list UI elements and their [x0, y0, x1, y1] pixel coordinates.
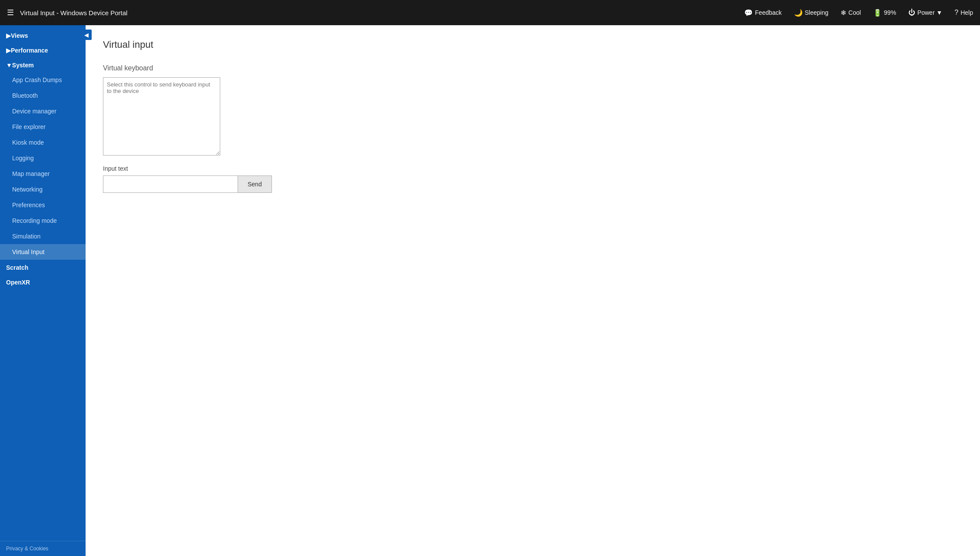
content-area: Virtual input Virtual keyboard Input tex… — [86, 25, 980, 556]
sidebar-item-simulation-label: Simulation — [12, 233, 40, 240]
sidebar-item-map-manager[interactable]: Map manager — [0, 166, 86, 182]
sidebar-item-networking[interactable]: Networking — [0, 182, 86, 197]
sidebar-section-openxr[interactable]: OpenXR — [0, 275, 86, 289]
sidebar-item-app-crash-dumps-label: App Crash Dumps — [12, 76, 62, 83]
battery-icon: 🔋 — [873, 9, 882, 17]
sidebar-section-openxr-label: OpenXR — [6, 279, 30, 286]
cool-icon: ❄ — [841, 9, 846, 17]
power-icon: ⏻ — [908, 9, 915, 17]
sidebar-section-system[interactable]: ▼System — [0, 57, 86, 72]
sidebar-item-device-manager[interactable]: Device manager — [0, 103, 86, 119]
power-label: Power ▼ — [917, 9, 942, 16]
sidebar-item-kiosk-mode[interactable]: Kiosk mode — [0, 135, 86, 150]
sidebar-item-virtual-input[interactable]: Virtual Input — [0, 244, 86, 260]
feedback-label: Feedback — [755, 9, 781, 16]
sidebar-item-virtual-input-label: Virtual Input — [12, 248, 44, 255]
sidebar-item-networking-label: Networking — [12, 186, 43, 193]
sidebar-section-views-label: ▶Views — [6, 32, 28, 39]
sidebar-item-kiosk-mode-label: Kiosk mode — [12, 139, 44, 146]
sidebar-item-preferences-label: Preferences — [12, 202, 45, 208]
sidebar-item-map-manager-label: Map manager — [12, 170, 50, 177]
battery-label: 99% — [884, 9, 896, 16]
virtual-keyboard-section-title: Virtual keyboard — [103, 64, 963, 72]
sidebar-item-preferences[interactable]: Preferences — [0, 197, 86, 213]
sidebar-section-system-label: ▼System — [6, 62, 34, 69]
sidebar-section-scratch-label: Scratch — [6, 264, 28, 271]
sidebar-nav: ▶Views ▶Performance ▼System App Crash Du… — [0, 25, 86, 541]
power-action[interactable]: ⏻ Power ▼ — [908, 9, 942, 17]
sleeping-icon: 🌙 — [794, 9, 803, 17]
sidebar: ◀ ▶Views ▶Performance ▼System App Crash … — [0, 25, 86, 556]
sidebar-item-logging[interactable]: Logging — [0, 150, 86, 166]
input-text-label: Input text — [103, 165, 963, 172]
sidebar-item-file-explorer[interactable]: File explorer — [0, 119, 86, 135]
virtual-keyboard-textarea[interactable] — [103, 77, 220, 156]
sidebar-item-simulation[interactable]: Simulation — [0, 228, 86, 244]
header: ☰ Virtual Input - Windows Device Portal … — [0, 0, 980, 25]
main-layout: ◀ ▶Views ▶Performance ▼System App Crash … — [0, 25, 980, 556]
input-text-field[interactable] — [103, 175, 238, 193]
help-icon: ? — [954, 9, 958, 17]
battery-action[interactable]: 🔋 99% — [873, 9, 896, 17]
app-title: Virtual Input - Windows Device Portal — [20, 9, 744, 17]
sidebar-item-logging-label: Logging — [12, 155, 34, 162]
privacy-cookies-link[interactable]: Privacy & Cookies — [6, 546, 48, 552]
send-button[interactable]: Send — [238, 175, 272, 193]
hamburger-icon[interactable]: ☰ — [7, 8, 14, 17]
feedback-icon: 💬 — [744, 9, 753, 17]
sidebar-section-views[interactable]: ▶Views — [0, 28, 86, 43]
sidebar-collapse-button[interactable]: ◀ — [81, 30, 92, 40]
help-label: Help — [960, 9, 973, 16]
sidebar-item-bluetooth[interactable]: Bluetooth — [0, 88, 86, 103]
sidebar-item-device-manager-label: Device manager — [12, 108, 56, 115]
sidebar-item-app-crash-dumps[interactable]: App Crash Dumps — [0, 72, 86, 88]
sidebar-item-bluetooth-label: Bluetooth — [12, 92, 38, 99]
cool-label: Cool — [848, 9, 861, 16]
input-row: Send — [103, 175, 963, 193]
sidebar-section-scratch[interactable]: Scratch — [0, 260, 86, 275]
sidebar-item-recording-mode-label: Recording mode — [12, 217, 57, 224]
sidebar-section-performance-label: ▶Performance — [6, 47, 48, 54]
help-action[interactable]: ? Help — [954, 9, 973, 17]
sidebar-item-file-explorer-label: File explorer — [12, 123, 46, 130]
page-title: Virtual input — [103, 39, 963, 50]
input-text-section: Input text Send — [103, 165, 963, 193]
cool-action[interactable]: ❄ Cool — [841, 9, 861, 17]
header-actions: 💬 Feedback 🌙 Sleeping ❄ Cool 🔋 99% ⏻ Pow… — [744, 9, 973, 17]
sidebar-footer[interactable]: Privacy & Cookies — [0, 541, 86, 556]
feedback-action[interactable]: 💬 Feedback — [744, 9, 781, 17]
sleeping-action[interactable]: 🌙 Sleeping — [794, 9, 829, 17]
virtual-keyboard-section: Virtual keyboard — [103, 64, 963, 156]
sleeping-label: Sleeping — [805, 9, 829, 16]
sidebar-section-performance[interactable]: ▶Performance — [0, 43, 86, 57]
sidebar-item-recording-mode[interactable]: Recording mode — [0, 213, 86, 228]
